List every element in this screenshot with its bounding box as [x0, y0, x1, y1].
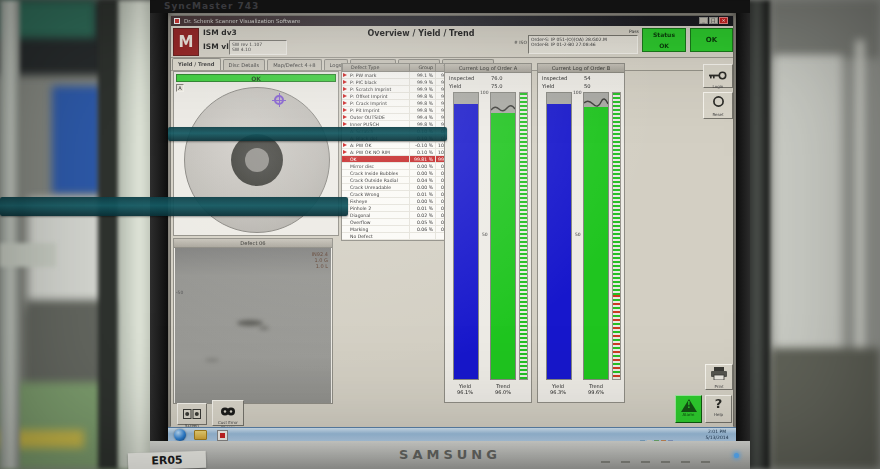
- bar-label: Yield96.1%: [445, 383, 485, 395]
- login-key-button[interactable]: Login: [703, 64, 733, 88]
- trend-history-strip: [612, 92, 621, 380]
- defect-marker-icon[interactable]: [274, 95, 284, 105]
- reset-button[interactable]: Reset: [703, 92, 733, 119]
- glass-shelf-bar-lower: [0, 197, 348, 216]
- taskbar-clock[interactable]: 2:01 PM5/13/2014: [700, 429, 734, 440]
- table-row[interactable]: A: PW OK-0.10 %100.1 %: [342, 142, 459, 149]
- chart-panel-order-b: Current Log of Order B Inspected 54 Yiel…: [537, 63, 625, 403]
- help-button[interactable]: ? Help: [705, 395, 732, 423]
- alarm-button[interactable]: Alarm: [675, 395, 702, 423]
- cust-error-charge-button[interactable]: Cust Error Charge: [212, 400, 244, 426]
- order-info-box: Order-S: IP 051-(O)(OA) 28.G02.M Order-B…: [528, 35, 638, 54]
- table-row[interactable]: Fisheye0.00 %0.00 %: [342, 198, 459, 205]
- chart-title-b: Current Log of Order B: [538, 64, 624, 73]
- tray-icons[interactable]: [638, 432, 698, 439]
- ok-badge[interactable]: OK: [690, 28, 733, 52]
- image-overlay-text: IN92.4 1.0 G 1.0 L: [312, 251, 328, 269]
- machinery-shape: [774, 55, 842, 355]
- pass-label: Pass: [629, 29, 639, 34]
- col-defect-type: Defect Type: [342, 64, 409, 71]
- info-label: Inspected: [449, 75, 474, 81]
- yield-bar: [453, 92, 479, 380]
- circle-arrow-icon: [712, 95, 725, 108]
- machinery-shape: [770, 348, 880, 469]
- disc-hub-inner: [245, 148, 269, 172]
- table-row[interactable]: P: PW mark99.1 %99.1 %: [342, 72, 459, 79]
- minimize-button[interactable]: _: [699, 17, 708, 24]
- trend-line-icon: [491, 104, 515, 113]
- chart-title-a: Current Log of Order A: [445, 64, 531, 73]
- maximize-button[interactable]: 口: [709, 17, 718, 24]
- page-title: Overview / Yield / Trend: [341, 29, 501, 38]
- table-row[interactable]: Mirror disc0.00 %0.00 %: [342, 163, 459, 170]
- table-row[interactable]: Crack Inside Bubbles0.00 %0.00 %: [342, 170, 459, 177]
- machinery-shape: [856, 40, 864, 390]
- window-title: Dr. Schenk Scanner Visualization Softwar…: [184, 16, 300, 26]
- start-button[interactable]: [174, 429, 186, 441]
- table-row[interactable]: P: Scratch Imprint99.9 %99.9 %: [342, 86, 459, 93]
- table-row[interactable]: Outer OUTSIDE99.4 %99.8 %: [342, 114, 459, 121]
- defect-table: Defect Type Group Trend P: PW mark99.1 %…: [341, 63, 460, 241]
- monitor-model-label: SyncMaster 743: [164, 1, 259, 11]
- monitor-brand-logo: SAMSUNG: [300, 447, 600, 462]
- monitor: SyncMaster 743 SAMSUNG Dr. Schenk Scanne…: [150, 0, 750, 469]
- trend-bar: [490, 92, 516, 380]
- screen-view-button[interactable]: Screen: [177, 403, 207, 425]
- table-row[interactable]: Crack Wrong0.01 %0.01 %: [342, 191, 459, 198]
- info-value: 50: [584, 83, 591, 89]
- monitor-top-bezel: SyncMaster 743: [150, 0, 750, 13]
- tab-2[interactable]: Map/Defect 4+8: [267, 59, 321, 70]
- question-mark-icon: ?: [706, 396, 731, 412]
- tab-1[interactable]: Disc Details: [223, 59, 266, 70]
- print-button[interactable]: Print: [705, 364, 733, 390]
- disc-corner-label: A: [176, 84, 184, 92]
- table-row[interactable]: P: Offset Imprint99.8 %99.8 %: [342, 93, 459, 100]
- taskbar-app-icon[interactable]: [217, 430, 228, 441]
- table-row[interactable]: Pinhole 20.01 %0.01 %: [342, 205, 459, 212]
- vertical-rail: [0, 0, 20, 469]
- table-row[interactable]: P: Crack Imprint99.8 %99.8 %: [342, 100, 459, 107]
- table-row[interactable]: Crack Outside Radial0.04 %0.04 %: [342, 177, 459, 184]
- monitor-left-bezel: [150, 13, 168, 441]
- table-row[interactable]: Overflow0.05 %0.05 %: [342, 219, 459, 226]
- reset-button-label: Reset: [704, 112, 732, 117]
- info-label: Yield: [449, 83, 461, 89]
- window-titlebar[interactable]: Dr. Schenk Scanner Visualization Softwar…: [171, 16, 733, 26]
- glass-shelf-bar-upper: [168, 127, 447, 141]
- chart-panel-order-a: Current Log of Order A Inspected 76.0 Yi…: [444, 63, 532, 403]
- vertical-rail: [98, 0, 120, 469]
- defect-camera-image[interactable]: IN92.4 1.0 G 1.0 L -50: [175, 248, 331, 403]
- machine-background-right: [736, 0, 880, 469]
- machine-background-left: [0, 0, 168, 469]
- monitor-bottom-bezel: SAMSUNG: [150, 441, 750, 469]
- table-row[interactable]: No Defect: [342, 233, 459, 240]
- sw-version-box: SW rev 1.107 SW 4.10: [229, 40, 287, 55]
- tab-0[interactable]: Yield / Trend: [172, 58, 221, 70]
- app-icon: [174, 18, 180, 24]
- status-badge: StatusOK: [642, 28, 686, 52]
- table-row[interactable]: Crack Unreadable0.00 %0.00 %: [342, 184, 459, 191]
- login-button-label: Login: [704, 84, 732, 89]
- order-line-2: Order-B: IP 01-2-B0 27:08:46: [531, 42, 635, 47]
- horizontal-rail: [0, 243, 56, 267]
- taskbar-folder-icon[interactable]: [194, 430, 207, 440]
- axis-tick-100: 100: [573, 90, 582, 95]
- trend-bar: [583, 92, 609, 380]
- table-row[interactable]: P: PIC black99.9 %99.9 %: [342, 79, 459, 86]
- table-row[interactable]: A: PW OK NO RIM0.10 %100.1 %: [342, 149, 459, 156]
- photo-scene: SyncMaster 743 SAMSUNG Dr. Schenk Scanne…: [0, 0, 880, 469]
- table-row[interactable]: Marking0.06 %0.06 %: [342, 226, 459, 233]
- axis-tick-50: 50: [575, 232, 581, 237]
- monitor-right-bezel: [736, 13, 750, 441]
- two-discs-icon: [220, 407, 236, 416]
- close-button[interactable]: ×: [719, 17, 728, 24]
- table-row[interactable]: P: Pit Imprint99.8 %99.8 %: [342, 107, 459, 114]
- power-led: [734, 453, 739, 458]
- table-row[interactable]: Diagonal0.02 %0.02 %: [342, 212, 459, 219]
- app-header: M ISM dv3 ISM vl2 SW rev 1.107 SW 4.10 O…: [171, 26, 733, 58]
- monitor-touch-buttons[interactable]: [590, 451, 720, 457]
- sw-version-line2: SW 4.10: [232, 47, 284, 52]
- print-button-label: Print: [706, 384, 732, 389]
- printer-icon: [711, 367, 727, 380]
- table-row[interactable]: OK99.81 %99.81 %: [342, 156, 459, 163]
